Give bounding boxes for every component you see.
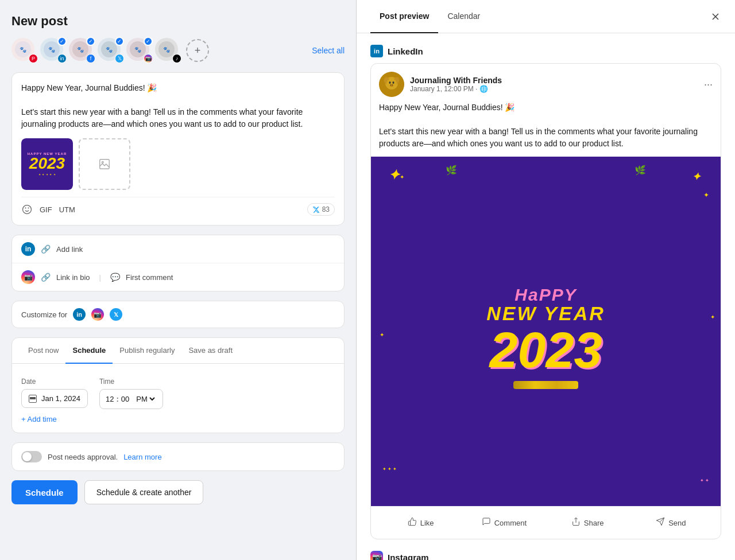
svg-rect-12 xyxy=(100,160,110,169)
share-icon xyxy=(571,517,581,528)
date-time-row: Date Jan 1, 2024 Time 12 : 00 PM AM xyxy=(21,378,335,409)
linkedin-author-name: Journaling With Friends xyxy=(410,76,502,85)
comment-bubble-icon: 💬 xyxy=(110,273,120,282)
linkedin-preview-author-info: Journaling With Friends January 1, 12:00… xyxy=(410,76,502,93)
customize-linkedin-icon[interactable]: in xyxy=(73,308,86,321)
add-image-button[interactable] xyxy=(79,138,130,190)
linkedin-like-button[interactable]: Like xyxy=(379,514,462,532)
svg-text:🐾: 🐾 xyxy=(134,46,142,53)
linkedin-preview-more-menu[interactable]: ··· xyxy=(704,79,713,91)
date-field-group: Date Jan 1, 2024 xyxy=(21,378,88,409)
network-badge-facebook: f xyxy=(86,54,95,63)
left-panel: New post 🐾 P ✓ 🐾 in ✓ 🐾 f ✓ xyxy=(0,0,356,560)
linkedin-preview-avatar xyxy=(379,72,404,97)
account-avatar-facebook[interactable]: ✓ 🐾 f xyxy=(69,38,94,63)
account-avatar-instagram[interactable]: ✓ 🐾 📷 xyxy=(126,38,152,63)
twitter-character-count: 83 xyxy=(307,203,335,216)
svg-point-13 xyxy=(102,161,103,163)
schedule-tabs: Post now Schedule Publish regularly Save… xyxy=(12,338,344,364)
approval-row: Post needs approval. Learn more xyxy=(11,442,345,471)
emoji-button[interactable] xyxy=(21,204,33,215)
linkedin-preview-header: Journaling With Friends January 1, 12:00… xyxy=(371,64,721,102)
linkedin-add-link-row[interactable]: in 🔗 Add link xyxy=(12,235,344,263)
check-badge-instagram: ✓ xyxy=(144,37,153,46)
svg-text:🐾: 🐾 xyxy=(48,46,56,53)
svg-text:🐾: 🐾 xyxy=(77,46,84,53)
extra-options-card: in 🔗 Add link 📷 🔗 Link in bio | 💬 First … xyxy=(11,235,345,291)
check-badge-twitter: ✓ xyxy=(115,37,124,46)
instagram-platform-label: 📷 Instagram xyxy=(370,551,721,560)
svg-text:🐾: 🐾 xyxy=(106,46,113,53)
svg-point-25 xyxy=(393,81,394,84)
post-actions-bar: GIF UTM 83 xyxy=(21,197,335,216)
ampm-select[interactable]: PM AM xyxy=(131,394,157,404)
check-badge-facebook: ✓ xyxy=(86,37,95,46)
svg-text:🐾: 🐾 xyxy=(20,46,27,53)
account-avatar-pinterest[interactable]: 🐾 P xyxy=(11,38,37,63)
add-time-button[interactable]: + Add time xyxy=(21,415,57,423)
bottom-buttons: Schedule Schedule & create another xyxy=(11,480,345,504)
check-badge-linkedin: ✓ xyxy=(57,37,67,46)
instagram-platform-icon: 📷 xyxy=(370,551,383,560)
right-panel-header: Post preview Calendar xyxy=(357,0,735,33)
linkedin-platform-icon: in xyxy=(370,45,383,57)
post-image-thumb-1[interactable]: HAPPY NEW YEAR 2023 ✦ ✦ ✦ ✦ ✦ xyxy=(21,138,73,190)
schedule-body: Date Jan 1, 2024 Time 12 : 00 PM AM xyxy=(12,364,344,433)
account-avatar-linkedin[interactable]: ✓ 🐾 in xyxy=(40,38,65,63)
network-badge-pinterest: P xyxy=(29,54,38,63)
post-content-card: Happy New Year, Journal Buddies! 🎉 Let's… xyxy=(11,72,345,225)
account-avatar-tiktok[interactable]: 🐾 ♪ xyxy=(155,38,180,63)
tab-save-as-draft[interactable]: Save as draft xyxy=(181,338,239,364)
add-account-button[interactable]: + xyxy=(186,39,209,62)
add-link-label: Add link xyxy=(56,245,83,254)
right-panel-content: in LinkedIn xyxy=(357,33,735,560)
utm-button[interactable]: UTM xyxy=(59,205,75,214)
svg-point-28 xyxy=(392,84,393,85)
approval-text: Post needs approval. xyxy=(48,453,118,461)
svg-point-27 xyxy=(390,84,392,85)
customize-label: Customize for xyxy=(21,310,67,319)
network-badge-tiktok: ♪ xyxy=(172,54,181,63)
close-button[interactable] xyxy=(710,11,721,22)
account-avatar-twitter[interactable]: ✓ 🐾 𝕏 xyxy=(98,38,123,63)
customize-twitter-icon[interactable]: 𝕏 xyxy=(110,308,122,321)
gif-button[interactable]: GIF xyxy=(40,205,52,214)
learn-more-link[interactable]: Learn more xyxy=(123,453,161,461)
instagram-network-icon: 📷 xyxy=(21,270,35,284)
post-text[interactable]: Happy New Year, Journal Buddies! 🎉 Let's… xyxy=(21,82,335,130)
linkedin-network-icon: in xyxy=(21,242,35,256)
approval-toggle[interactable] xyxy=(21,451,42,462)
first-comment-button[interactable]: First comment xyxy=(126,273,173,282)
select-all-button[interactable]: Select all xyxy=(312,46,345,55)
tab-calendar[interactable]: Calendar xyxy=(438,1,489,33)
linkedin-preview-section: in LinkedIn xyxy=(370,45,721,539)
date-input[interactable]: Jan 1, 2024 xyxy=(21,389,88,408)
tab-post-now[interactable]: Post now xyxy=(21,338,65,364)
customize-for-row: Customize for in 📷 𝕏 xyxy=(11,301,345,328)
schedule-and-create-button[interactable]: Schedule & create another xyxy=(84,480,204,504)
page-title: New post xyxy=(11,14,345,29)
tab-publish-regularly[interactable]: Publish regularly xyxy=(113,338,181,364)
linkedin-share-button[interactable]: Share xyxy=(546,514,629,532)
time-field-group: Time 12 : 00 PM AM xyxy=(99,378,163,409)
tab-schedule[interactable]: Schedule xyxy=(65,338,113,364)
svg-text:🐾: 🐾 xyxy=(163,46,171,53)
linkedin-send-button[interactable]: Send xyxy=(629,514,713,532)
time-label: Time xyxy=(99,378,163,386)
linkedin-comment-button[interactable]: Comment xyxy=(462,514,546,532)
link-in-bio-button[interactable]: Link in bio xyxy=(56,273,90,282)
tab-post-preview[interactable]: Post preview xyxy=(370,1,438,33)
linkedin-preview-actions: Like Comment Share xyxy=(371,506,721,539)
svg-point-23 xyxy=(386,79,397,89)
like-icon xyxy=(408,517,417,528)
time-minute: 00 xyxy=(121,395,129,403)
calendar-icon xyxy=(29,395,37,403)
date-value: Jan 1, 2024 xyxy=(41,394,80,403)
date-label: Date xyxy=(21,378,88,386)
link-icon-1: 🔗 xyxy=(41,244,51,254)
customize-instagram-icon[interactable]: 📷 xyxy=(91,308,104,321)
time-hour: 12 xyxy=(106,395,114,403)
schedule-button[interactable]: Schedule xyxy=(11,480,78,504)
time-input[interactable]: 12 : 00 PM AM xyxy=(99,389,163,409)
linkedin-preview-image: ✦ ✦ ✦ ✦ 🌿 🌿 HaPPY NEW YEAR 2023 ✦ ✦ ✦ xyxy=(371,157,721,506)
